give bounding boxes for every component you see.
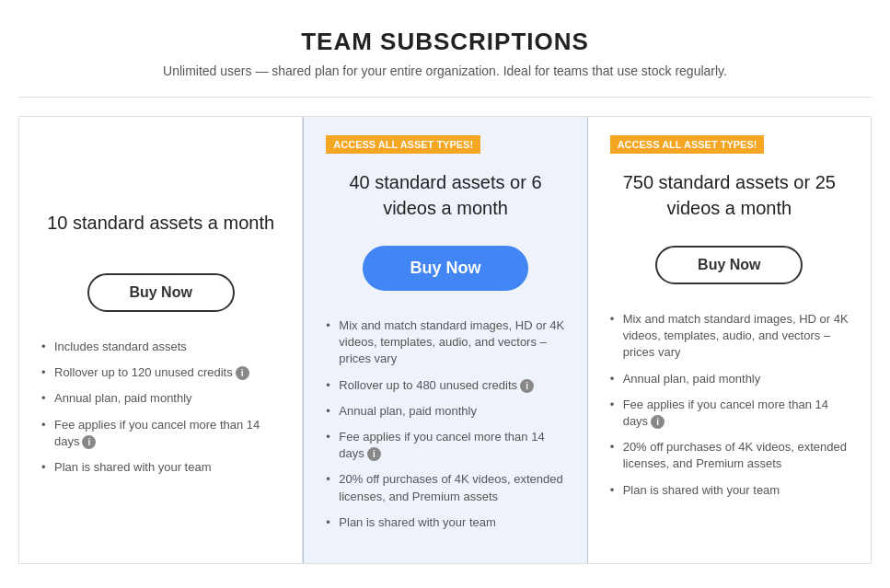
plans-container: 10 standard assets a monthBuy NowInclude…: [18, 116, 872, 564]
info-icon[interactable]: i: [236, 366, 249, 380]
badge-row-standard: ACCESS ALL ASSET TYPES!: [326, 135, 564, 163]
feature-item: Rollover up to 120 unused creditsi: [41, 360, 280, 386]
feature-item: Annual plan, paid monthly: [610, 366, 849, 392]
features-list-premium: Mix and match standard images, HD or 4K …: [610, 306, 849, 503]
feature-item: 20% off purchases of 4K videos, extended…: [610, 434, 849, 477]
info-icon[interactable]: i: [651, 415, 665, 429]
feature-item: Plan is shared with your team: [610, 478, 849, 503]
plan-premium: ACCESS ALL ASSET TYPES!750 standard asse…: [588, 117, 871, 563]
badge-row-premium: ACCESS ALL ASSET TYPES!: [610, 135, 849, 163]
access-badge-standard: ACCESS ALL ASSET TYPES!: [326, 135, 480, 154]
feature-item: Fee applies if you cancel more than 14 d…: [326, 424, 564, 467]
feature-item: Fee applies if you cancel more than 14 d…: [610, 392, 849, 434]
features-list-standard: Mix and match standard images, HD or 4K …: [326, 313, 564, 536]
feature-item: Rollover up to 480 unused creditsi: [326, 373, 564, 398]
access-badge-premium: ACCESS ALL ASSET TYPES!: [610, 135, 765, 154]
feature-item: Plan is shared with your team: [326, 510, 564, 536]
buy-button-standard[interactable]: Buy Now: [363, 246, 528, 291]
plan-title-premium: 750 standard assets or 25 videos a month: [610, 163, 849, 227]
feature-item: Fee applies if you cancel more than 14 d…: [41, 412, 280, 455]
page-title: TEAM SUBSCRIPTIONS: [18, 28, 872, 56]
info-icon[interactable]: i: [367, 447, 381, 461]
buy-button-basic[interactable]: Buy Now: [87, 273, 235, 312]
feature-item: Mix and match standard images, HD or 4K …: [326, 313, 564, 373]
page-subtitle: Unlimited users — shared plan for your e…: [18, 63, 872, 78]
plan-title-basic: 10 standard assets a month: [41, 190, 280, 255]
feature-item: Mix and match standard images, HD or 4K …: [610, 306, 849, 366]
features-list-basic: Includes standard assetsRollover up to 1…: [41, 334, 280, 480]
info-icon[interactable]: i: [82, 435, 96, 449]
buy-button-premium[interactable]: Buy Now: [655, 246, 803, 284]
plan-standard: ACCESS ALL ASSET TYPES!40 standard asset…: [303, 117, 587, 563]
feature-item: Includes standard assets: [41, 334, 280, 360]
feature-item: Annual plan, paid monthly: [326, 398, 564, 424]
page-wrapper: TEAM SUBSCRIPTIONS Unlimited users — sha…: [0, 0, 890, 582]
page-header: TEAM SUBSCRIPTIONS Unlimited users — sha…: [18, 28, 872, 98]
feature-item: 20% off purchases of 4K videos, extended…: [326, 467, 564, 509]
badge-row-basic: [41, 135, 280, 163]
feature-item: Annual plan, paid monthly: [41, 386, 280, 411]
plan-basic: 10 standard assets a monthBuy NowInclude…: [19, 117, 303, 563]
feature-item: Plan is shared with your team: [41, 455, 280, 480]
plan-title-standard: 40 standard assets or 6 videos a month: [326, 163, 564, 227]
info-icon[interactable]: i: [520, 379, 534, 393]
